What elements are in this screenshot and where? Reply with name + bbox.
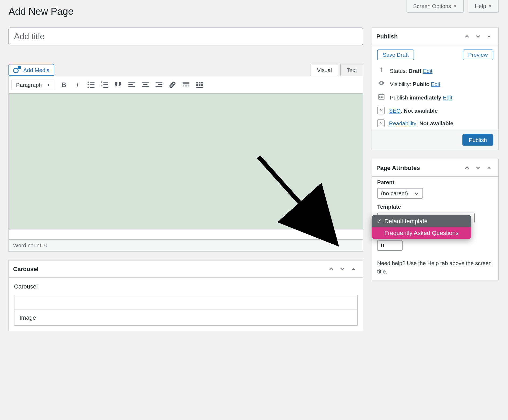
svg-rect-39 bbox=[381, 96, 382, 97]
editor-toolbar: Paragraph ▼ B I 123 bbox=[9, 76, 363, 94]
align-right-icon bbox=[154, 80, 163, 89]
seo-link[interactable]: SEO bbox=[389, 107, 401, 114]
svg-rect-17 bbox=[142, 86, 149, 87]
chevron-down-icon: ▼ bbox=[47, 83, 50, 87]
seo-row: Y SEO: Not available bbox=[372, 104, 498, 117]
svg-rect-41 bbox=[379, 97, 380, 98]
add-media-label: Add Media bbox=[23, 67, 50, 73]
publish-title: Publish bbox=[376, 33, 398, 40]
svg-point-0 bbox=[87, 81, 89, 83]
bullet-list-button[interactable] bbox=[85, 78, 97, 91]
readability-value: Not available bbox=[419, 120, 453, 127]
readability-row: Y Readability: Not available bbox=[372, 117, 498, 130]
svg-rect-29 bbox=[196, 84, 198, 86]
triangle-up-icon bbox=[486, 34, 492, 39]
readmore-icon bbox=[182, 80, 190, 89]
kitchen-sink-icon bbox=[195, 80, 204, 89]
media-icon bbox=[13, 66, 21, 74]
carousel-inner-table: Image bbox=[14, 295, 358, 326]
move-down-button[interactable] bbox=[337, 264, 348, 274]
toggle-button[interactable] bbox=[348, 264, 359, 274]
move-down-button[interactable] bbox=[473, 31, 483, 42]
svg-rect-19 bbox=[158, 84, 162, 85]
svg-rect-34 bbox=[381, 69, 382, 72]
triangle-up-icon bbox=[486, 165, 492, 170]
align-center-icon bbox=[141, 80, 150, 89]
svg-rect-30 bbox=[199, 84, 200, 86]
edit-publish-link[interactable]: Edit bbox=[443, 94, 452, 101]
help-label: Help bbox=[475, 3, 486, 9]
tab-text[interactable]: Text bbox=[340, 64, 363, 76]
visibility-label: Visibility: bbox=[390, 81, 411, 87]
svg-rect-3 bbox=[90, 84, 94, 85]
order-input[interactable] bbox=[377, 240, 403, 251]
carousel-title: Carousel bbox=[13, 266, 38, 272]
page-attributes-help: Need help? Use the Help tab above the sc… bbox=[372, 255, 498, 280]
svg-rect-21 bbox=[182, 82, 189, 83]
pin-icon bbox=[377, 67, 386, 74]
template-option-default[interactable]: ✓ Default template bbox=[372, 215, 471, 227]
format-select-value: Paragraph bbox=[16, 81, 42, 88]
align-center-button[interactable] bbox=[139, 78, 151, 91]
link-button[interactable] bbox=[166, 78, 179, 91]
move-up-button[interactable] bbox=[462, 163, 472, 173]
publish-button[interactable]: Publish bbox=[463, 134, 493, 146]
parent-value: (no parent) bbox=[381, 190, 408, 197]
svg-rect-23 bbox=[182, 86, 184, 86]
svg-rect-20 bbox=[156, 86, 162, 87]
title-input[interactable] bbox=[9, 27, 363, 45]
calendar-icon bbox=[377, 93, 386, 102]
screen-options-label: Screen Options bbox=[413, 3, 451, 9]
align-right-button[interactable] bbox=[153, 78, 165, 91]
publish-on-value: immediately bbox=[410, 94, 441, 101]
screen-options-tab[interactable]: Screen Options ▼ bbox=[406, 0, 464, 13]
format-select[interactable]: Paragraph ▼ bbox=[12, 79, 54, 90]
svg-rect-31 bbox=[201, 84, 203, 86]
quote-icon bbox=[114, 80, 122, 89]
template-option-default-label: Default template bbox=[384, 218, 428, 225]
chevron-down-icon: ▼ bbox=[488, 4, 492, 8]
svg-rect-5 bbox=[90, 87, 94, 88]
publish-on-row: Publish immediately Edit bbox=[372, 91, 498, 104]
svg-rect-16 bbox=[143, 84, 147, 85]
parent-select[interactable]: (no parent) bbox=[377, 188, 423, 198]
number-list-button[interactable]: 123 bbox=[98, 78, 111, 91]
page-attributes-postbox: Page Attributes Parent (no parent) bbox=[372, 159, 499, 280]
chevron-down-icon bbox=[414, 191, 419, 196]
status-label: Status: bbox=[390, 67, 407, 74]
svg-rect-35 bbox=[379, 95, 384, 99]
eye-icon bbox=[377, 80, 386, 88]
move-down-button[interactable] bbox=[473, 163, 483, 173]
svg-rect-27 bbox=[199, 82, 200, 83]
toggle-button[interactable] bbox=[484, 31, 494, 42]
help-tab[interactable]: Help ▼ bbox=[468, 0, 499, 13]
top-tabs: Screen Options ▼ Help ▼ bbox=[406, 0, 499, 13]
status-row: Status: Draft Edit bbox=[372, 64, 498, 77]
save-draft-button[interactable]: Save Draft bbox=[377, 49, 414, 60]
align-left-icon bbox=[128, 80, 136, 89]
tab-visual[interactable]: Visual bbox=[311, 64, 338, 76]
preview-button[interactable]: Preview bbox=[463, 49, 493, 60]
template-option-faq[interactable]: Frequently Asked Questions bbox=[372, 227, 471, 239]
edit-visibility-link[interactable]: Edit bbox=[431, 81, 440, 87]
move-up-button[interactable] bbox=[326, 264, 337, 274]
readability-link[interactable]: Readability bbox=[389, 120, 416, 127]
svg-point-4 bbox=[87, 87, 89, 88]
readmore-button[interactable] bbox=[179, 78, 192, 91]
italic-button[interactable]: I bbox=[71, 78, 84, 91]
kitchen-sink-button[interactable] bbox=[193, 78, 206, 91]
toggle-button[interactable] bbox=[484, 163, 494, 173]
number-list-icon: 123 bbox=[100, 80, 109, 89]
add-media-button[interactable]: Add Media bbox=[9, 64, 54, 76]
edit-status-link[interactable]: Edit bbox=[423, 67, 432, 74]
editor-body[interactable] bbox=[9, 94, 363, 229]
svg-rect-37 bbox=[382, 94, 383, 95]
bold-button[interactable]: B bbox=[58, 78, 70, 91]
svg-rect-18 bbox=[156, 82, 162, 83]
blockquote-button[interactable] bbox=[112, 78, 124, 91]
editor-footer bbox=[9, 229, 363, 240]
svg-rect-40 bbox=[382, 96, 383, 97]
align-left-button[interactable] bbox=[125, 78, 138, 91]
svg-rect-24 bbox=[185, 86, 187, 86]
move-up-button[interactable] bbox=[462, 31, 472, 42]
